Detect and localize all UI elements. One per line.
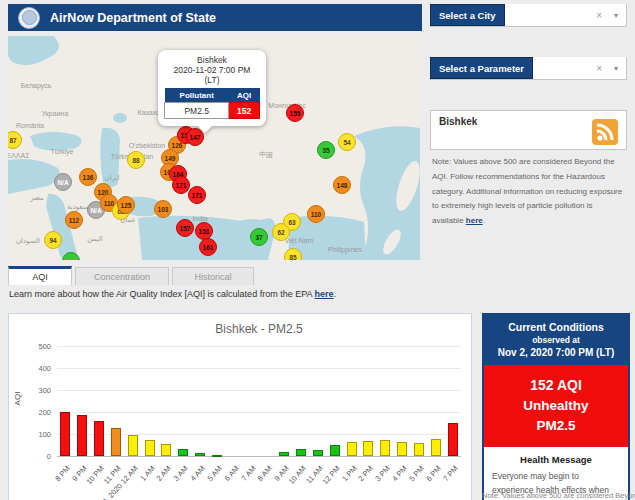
aqi-marker[interactable]: 37	[250, 228, 268, 246]
tooltip-table: Pollutant AQI PM2.5 152	[164, 88, 260, 119]
map-country-label: Türkiye	[51, 148, 74, 155]
chart-bar	[60, 412, 70, 456]
chart-bar	[397, 442, 407, 456]
aqi-marker[interactable]: 161	[199, 238, 217, 256]
aqi-marker[interactable]: 35	[317, 141, 335, 159]
learn-more-text: Learn more about how the Air Quality Ind…	[9, 289, 336, 299]
chart-bar	[363, 441, 373, 456]
chart-bar	[313, 450, 323, 456]
map-country-label: Украина	[42, 110, 69, 117]
map-country-label: O'zbekiston	[129, 142, 165, 149]
map-country-label: ΕΛΛΑΣ	[8, 152, 30, 159]
chart-bar	[178, 449, 188, 456]
map-country-label: 中国	[259, 150, 273, 160]
app-header: AirNow Department of State	[8, 4, 422, 31]
tab-concentration[interactable]: Concentration	[75, 267, 169, 285]
parameter-select-header: Select a Parameter	[430, 57, 533, 79]
aqi-marker[interactable]: 62	[272, 223, 290, 241]
tooltip-col-aqi: AQI	[229, 88, 260, 103]
aqi-marker[interactable]: 94	[44, 231, 62, 249]
aqi-marker[interactable]: 54	[338, 133, 356, 151]
chart-bar	[94, 421, 104, 456]
current-conditions-panel: Current Conditions observed at Nov 2, 20…	[482, 313, 630, 500]
chart-y-tick-label: 100	[23, 430, 51, 439]
chart-bar	[330, 445, 340, 456]
city-select-header: Select a City	[430, 4, 505, 26]
chart-bar	[77, 415, 87, 456]
chart-bar	[347, 442, 357, 456]
aqi-marker[interactable]: 148	[333, 176, 351, 194]
tooltip-aqi-value: 152	[229, 103, 260, 119]
aqi-marker[interactable]: 171	[172, 176, 190, 194]
tab-historical[interactable]: Historical	[172, 267, 254, 285]
chart-y-tick-label: 500	[23, 342, 51, 351]
chart-bar	[296, 449, 306, 456]
aqi-marker[interactable]: 110	[307, 205, 325, 223]
observed-at-value: Nov 2, 2020 7:00 PM (LT)	[486, 347, 626, 358]
chart-bar	[279, 452, 289, 456]
map-country-label: Беларусь	[21, 82, 52, 89]
current-conditions-header: Current Conditions observed at Nov 2, 20…	[484, 315, 628, 365]
chart-gridline	[57, 390, 461, 391]
chart-title: Bishkek - PM2.5	[57, 322, 461, 336]
current-aqi-category: Unhealthy	[486, 398, 626, 413]
chart-bar	[448, 423, 458, 456]
chart-bar	[431, 439, 441, 456]
parameter-clear-icon[interactable]: ×	[596, 63, 602, 74]
map-country-label: اليمن	[87, 235, 103, 243]
aqi-marker[interactable]: 88	[127, 151, 145, 169]
chart-bar	[195, 453, 205, 456]
aqi-marker[interactable]: 125	[117, 196, 135, 214]
map-country-label: Việt Nam	[285, 237, 314, 244]
map-country-label: India	[192, 215, 207, 222]
map-country-label: السودان	[16, 237, 40, 245]
tooltip-timezone: (LT)	[164, 75, 260, 85]
current-conditions-title: Current Conditions	[486, 321, 626, 333]
tab-bar: AQIConcentrationHistorical	[8, 266, 254, 285]
aqi-marker[interactable]: 85	[284, 248, 302, 260]
sidebar-note-link[interactable]: here	[466, 216, 483, 225]
aqi-marker[interactable]: 155	[286, 104, 304, 122]
chart-y-tick-label: 0	[23, 452, 51, 461]
chart-gridline	[57, 412, 461, 413]
parameter-caret-down-icon[interactable]: ▾	[614, 64, 618, 73]
map-country-label: Philippines	[328, 246, 362, 253]
city-caret-down-icon[interactable]: ▾	[614, 11, 618, 20]
map-country-label: ايران	[105, 174, 120, 182]
rss-feed-box: Bishkek	[430, 110, 627, 150]
observed-at-label: observed at	[486, 335, 626, 345]
bottom-note-clipped: Note: Values above 500 are considered Be…	[482, 491, 632, 500]
chart-bar	[414, 443, 424, 456]
chart-gridline	[57, 346, 461, 347]
map-tooltip: Bishkek 2020-11-02 7:00 PM (LT) Pollutan…	[158, 50, 266, 126]
map-country-label: مصر	[30, 194, 44, 202]
aqi-map[interactable]: Bishkek 2020-11-02 7:00 PM (LT) Pollutan…	[8, 36, 420, 260]
chart-bar	[128, 435, 138, 456]
aqi-marker[interactable]: 147	[186, 128, 204, 146]
aqi-marker[interactable]: 151	[195, 222, 213, 240]
department-of-state-seal-icon	[18, 7, 40, 29]
aqi-marker[interactable]: 103	[154, 200, 172, 218]
aqi-marker[interactable]: 112	[65, 211, 83, 229]
page: AirNow Department of State	[0, 0, 635, 500]
learn-more-link[interactable]: here	[315, 289, 334, 299]
aqi-marker[interactable]: N/A	[54, 173, 72, 191]
chart-y-tick-label: 300	[23, 386, 51, 395]
sidebar-note: Note: Values above 500 are considered Be…	[432, 155, 624, 229]
chart-gridline	[57, 368, 461, 369]
aqi-marker[interactable]: 157	[176, 219, 194, 237]
map-country-label: România	[16, 122, 44, 129]
city-clear-icon[interactable]: ×	[596, 10, 602, 21]
aqi-marker[interactable]: 171	[188, 186, 206, 204]
health-message-title: Health Message	[484, 454, 628, 465]
tooltip-datetime: 2020-11-02 7:00 PM	[164, 65, 260, 75]
rss-icon[interactable]	[592, 119, 618, 145]
tooltip-city: Bishkek	[164, 55, 260, 65]
chart-y-tick-label: 200	[23, 408, 51, 417]
parameter-select-box: Select a Parameter PM2.5 × ▾	[430, 57, 627, 80]
current-aqi-box: 152 AQI Unhealthy PM2.5	[484, 365, 628, 447]
aqi-marker[interactable]: 136	[79, 168, 97, 186]
tooltip-col-pollutant: Pollutant	[165, 88, 229, 103]
current-aqi-value: 152 AQI	[486, 377, 626, 393]
tab-aqi[interactable]: AQI	[8, 266, 72, 285]
